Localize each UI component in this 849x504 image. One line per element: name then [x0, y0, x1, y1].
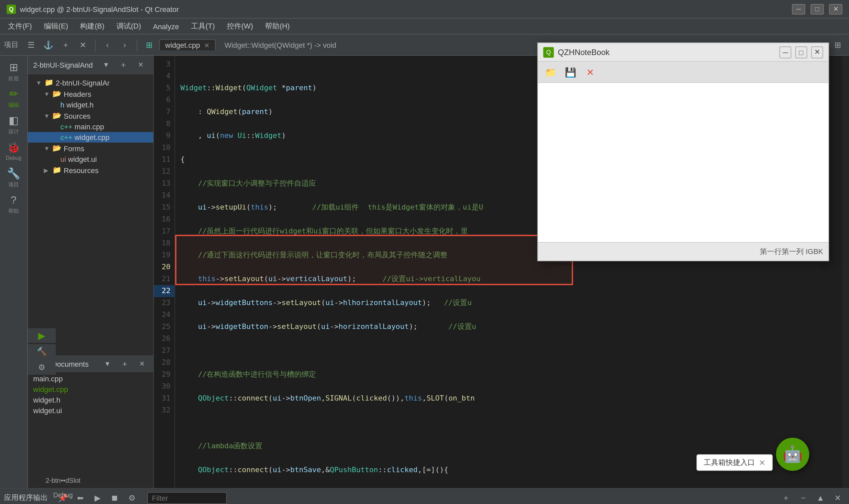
main-cpp-icon: c++ [60, 123, 73, 131]
close-button[interactable]: ✕ [829, 4, 842, 14]
close-all-button[interactable]: ✕ [76, 37, 90, 52]
dialog-clear-button[interactable]: ✕ [582, 64, 599, 80]
sidebar-welcome[interactable]: ⊞ 欢迎 [2, 60, 25, 84]
project-tree-content: ▼ 📁 2-btnUI-SignalAr ▼ 📂 Headers h widge… [28, 74, 153, 356]
doc-item-main-cpp[interactable]: main.cpp [28, 373, 153, 384]
ln-23: 23 [154, 297, 175, 309]
filter-button[interactable]: ☰ [24, 37, 38, 52]
chatbot-fab[interactable]: 🤖 [776, 438, 809, 471]
menu-build[interactable]: 构建(B) [75, 20, 109, 33]
ln-18: 18 [154, 237, 175, 249]
dialog-footer-text: 第一行第一列 IGBK [760, 247, 823, 257]
dialog-save-button[interactable]: 💾 [562, 64, 579, 80]
chatbot-icon: 🤖 [783, 445, 802, 464]
dialog-open-button[interactable]: 📁 [542, 64, 559, 80]
dialog-close-button[interactable]: ✕ [811, 46, 823, 58]
ln-13: 13 [154, 178, 175, 190]
debug-run-button[interactable]: ⚙ [28, 360, 56, 375]
output-tb-5[interactable]: ⚙ [125, 490, 139, 504]
menu-edit[interactable]: 编辑(E) [38, 20, 73, 33]
doc-item-widget-ui[interactable]: widget.ui [28, 405, 153, 416]
filter-input-wrapper[interactable] [147, 492, 776, 504]
build-run-button[interactable]: 🔨 [28, 344, 56, 359]
open-docs-menu[interactable]: ▼ [100, 357, 115, 371]
maximize-button[interactable]: □ [811, 4, 824, 14]
tree-add-button[interactable]: + [116, 57, 131, 72]
nav-forward-button[interactable]: › [118, 37, 132, 52]
ln-28: 28 [154, 357, 175, 369]
link-button[interactable]: ⚓ [41, 37, 56, 52]
menu-file[interactable]: 文件(F) [3, 20, 37, 33]
doc-item-widget-cpp[interactable]: widget.cpp [28, 384, 153, 395]
nav-back-button[interactable]: ‹ [100, 37, 115, 52]
file-icon: ⊞ [142, 37, 157, 52]
tree-item-widget-ui[interactable]: ui widget.ui [28, 154, 153, 164]
toolbox-label: 工具箱快捷入口 [704, 457, 755, 468]
minimize-button[interactable]: ─ [792, 4, 805, 14]
title-bar: Q widget.cpp @ 2-btnUI-SignalAndSlot - Q… [0, 0, 849, 19]
project-tree-header: 2-btnUI-SignalAnd ▼ + ✕ [28, 56, 153, 74]
tree-headers-label: Headers [64, 90, 91, 98]
tree-item-main-cpp[interactable]: c++ main.cpp [28, 121, 153, 132]
menu-bar: 文件(F) 编辑(E) 构建(B) 调试(D) Analyze 工具(T) 控件… [0, 19, 849, 35]
code-line-14: ui->widgetButton->setLayout(ui->horizont… [180, 321, 844, 333]
menu-debug[interactable]: 调试(D) [111, 20, 147, 33]
menu-controls[interactable]: 控件(W) [221, 20, 258, 33]
toolbox-popup: 工具箱快捷入口 ✕ [697, 454, 773, 471]
ln-30: 30 [154, 381, 175, 393]
tree-item-project[interactable]: ▼ 📁 2-btnUI-SignalAr [28, 77, 153, 88]
dialog-maximize-button[interactable]: □ [795, 46, 807, 58]
sidebar-design[interactable]: ◧ 设计 [2, 113, 25, 137]
ln-15: 15 [154, 202, 175, 214]
tree-item-sources[interactable]: ▼ 📂 Sources [28, 110, 153, 121]
panel-right-btns: ▲ ✕ [813, 490, 845, 504]
menu-tools[interactable]: 工具(T) [186, 20, 220, 33]
dialog-title: QZHNoteBook [558, 48, 775, 57]
add-tab-button[interactable]: + [58, 37, 73, 52]
sidebar-project[interactable]: 🔧 项目 [2, 166, 25, 190]
menu-help[interactable]: 帮助(H) [260, 20, 295, 33]
close-tab-icon[interactable]: ✕ [204, 41, 209, 49]
tree-close-button[interactable]: ✕ [133, 57, 148, 72]
ln-17: 17 [154, 226, 175, 237]
ln-20: 20 [154, 261, 175, 273]
run-debug-area: ▶ 🔨 ⚙ [28, 328, 56, 375]
tree-item-widget-h[interactable]: h widget.h [28, 100, 153, 110]
dialog-minimize-button[interactable]: ─ [779, 46, 791, 58]
sidebar-help[interactable]: ? 帮助 [2, 192, 25, 216]
project-icon: 🔧 [7, 167, 20, 180]
ln-9: 9 [154, 130, 175, 142]
tree-item-forms[interactable]: ▼ 📂 Forms [28, 143, 153, 154]
open-docs-close[interactable]: ✕ [134, 357, 149, 371]
tree-item-headers[interactable]: ▼ 📂 Headers [28, 88, 153, 100]
sidebar-edit[interactable]: ✏ 编辑 [2, 86, 25, 110]
expand-icon-headers: ▼ [44, 91, 50, 97]
expand-icon: ▼ [36, 79, 42, 86]
menu-analyze[interactable]: Analyze [148, 21, 184, 32]
toolbox-close-button[interactable]: ✕ [759, 458, 765, 467]
vertical-scrollbar[interactable] [842, 56, 849, 488]
filter-add[interactable]: + [779, 490, 793, 504]
open-docs-list: main.cpp widget.cpp widget.h widget.ui [28, 372, 153, 417]
tree-item-widget-cpp[interactable]: c++ widget.cpp [28, 132, 153, 143]
run-button[interactable]: ▶ [28, 328, 56, 343]
code-line-15 [180, 345, 844, 357]
panel-close[interactable]: ✕ [830, 490, 845, 504]
window-controls[interactable]: ─ □ ✕ [792, 4, 842, 14]
split-button[interactable]: ⊞ [830, 37, 845, 52]
file-tab-label: widget.cpp [165, 41, 200, 49]
open-docs-add[interactable]: + [118, 357, 132, 371]
tree-menu-button[interactable]: ▼ [99, 57, 113, 72]
doc-item-widget-h[interactable]: widget.h [28, 395, 153, 405]
filter-minus[interactable]: − [796, 490, 811, 504]
file-tab-widget-cpp[interactable]: widget.cpp ✕ [159, 39, 215, 50]
sidebar-icons: ⊞ 欢迎 ✏ 编辑 ◧ 设计 🐞 Debug 🔧 项目 ? 帮助 [0, 56, 28, 488]
sidebar-debug[interactable]: 🐞 Debug [2, 139, 25, 163]
ln-25: 25 [154, 321, 175, 333]
panel-up[interactable]: ▲ [813, 490, 828, 504]
filter-input[interactable] [147, 492, 227, 504]
dialog-content-area[interactable] [538, 83, 828, 242]
code-line-17: QObject::connect(ui->btnOpen,SIGNAL(clic… [180, 393, 844, 404]
tree-item-resources[interactable]: ▶ 📁 Resources [28, 164, 153, 176]
headers-folder-icon: 📂 [52, 90, 62, 98]
